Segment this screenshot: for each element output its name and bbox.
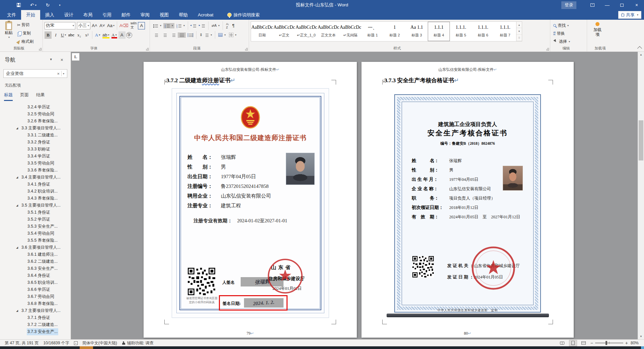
strikethrough-button[interactable]: abc (68, 31, 75, 39)
show-hide-marks-icon[interactable]: ¶ (231, 22, 236, 29)
multilevel-list-icon[interactable]: ▾ (175, 23, 186, 28)
text-effects-icon[interactable]: A▾ (94, 31, 101, 39)
increase-indent-icon[interactable] (198, 23, 207, 28)
page-indicator[interactable]: 第 47 页, 共 191 页 (5, 340, 38, 346)
nav-heading-item[interactable]: 3.3.2 身份证 (0, 139, 71, 146)
nav-heading-item[interactable]: 3.6.8 养老保险... (0, 300, 71, 307)
ribbon-tab[interactable]: 审阅 (136, 10, 155, 20)
ribbon-tab[interactable]: 开始 (21, 10, 40, 20)
read-mode-icon[interactable] (558, 340, 566, 346)
nav-heading-item[interactable]: 3.2.6 养老保险... (0, 118, 71, 125)
style-gallery-item[interactable]: 一、 标题 1 (361, 22, 384, 41)
nav-heading-item[interactable]: 3.6.2 二级建造... (0, 258, 71, 265)
zoom-out-icon[interactable]: − (590, 340, 593, 346)
format-painter-button[interactable]: 格式刷 (16, 37, 35, 46)
nav-heading-item[interactable]: 3.4.1 身份证 (0, 181, 71, 188)
ribbon-tab[interactable]: 设计 (59, 10, 78, 20)
ribbon-tab[interactable]: 视图 (155, 10, 174, 20)
replace-button[interactable]: ab ac替换 (552, 29, 585, 37)
scroll-down-icon[interactable]: ▼ (638, 335, 644, 338)
close-button[interactable]: × (629, 0, 644, 10)
nav-pane-close-icon[interactable]: × (61, 57, 63, 63)
collapse-triangle-icon[interactable]: ◢ (16, 307, 18, 314)
collapse-triangle-icon[interactable]: ◢ (16, 244, 18, 251)
nav-heading-item[interactable]: 3.7.2 二级建造... (0, 321, 71, 328)
share-button[interactable]: 共享 ▾ (618, 11, 641, 19)
numbering-icon[interactable]: ▾ (163, 23, 174, 28)
highlight-color-icon[interactable]: ab▾ (102, 31, 110, 39)
nav-heading-item[interactable]: ◢ 3.3 主要项目管理人... (0, 125, 71, 132)
nav-heading-item[interactable]: ◢ 3.4 主要项目管理人... (0, 174, 71, 181)
ribbon-tab[interactable]: 布局 (78, 10, 97, 20)
nav-heading-item[interactable]: 3.3.4 学历证 (0, 153, 71, 160)
distribute-icon[interactable] (186, 32, 194, 38)
document-page-80[interactable]: 山东弘信安装有限公司-投标文件↵ .3.7.3 安全生产考核合格证书↵ 建筑施工… (361, 62, 574, 338)
ribbon-tab[interactable]: 邮件 (116, 10, 136, 20)
font-name-select[interactable]: 仿宋▾ (45, 22, 75, 29)
nav-heading-item[interactable]: 3.3.3 职称证 (0, 146, 71, 153)
styles-more-icon[interactable]: ⍗ (516, 35, 522, 41)
character-shading-icon[interactable]: A (118, 31, 126, 39)
superscript-button[interactable]: x² (83, 31, 90, 39)
line-spacing-icon[interactable]: ⇕▾ (198, 32, 213, 38)
style-gallery-item[interactable]: 1 标题 2 (384, 22, 406, 41)
nav-heading-item[interactable]: 3.4.2 职业培训... (0, 188, 71, 195)
style-gallery-item[interactable]: AaBbCcDc ↵无间隔 (339, 22, 361, 41)
subscript-button[interactable]: x₂ (76, 31, 83, 39)
ribbon-tab[interactable]: 引用 (97, 10, 116, 20)
align-center-icon[interactable] (160, 32, 168, 38)
ribbon-tab[interactable]: 帮助 (174, 10, 193, 20)
style-gallery-item[interactable]: AaBbCcDc 正文文本 (317, 22, 339, 41)
nav-heading-item[interactable]: ◢ 3.6 主要项目管理人... (0, 244, 71, 251)
ribbon-tab[interactable]: 文件 (2, 10, 21, 20)
word-count[interactable]: 10/16839 个字 (43, 340, 69, 346)
collapse-ribbon-icon[interactable] (637, 46, 642, 51)
font-color-icon[interactable]: A▾ (111, 31, 118, 39)
style-gallery-item[interactable]: AaBbCcDc 日期 (251, 22, 273, 41)
styles-scroll-down-icon[interactable]: ▼ (516, 28, 522, 34)
cut-button[interactable]: ✂剪切 (16, 21, 35, 29)
collapse-triangle-icon[interactable]: ◢ (16, 125, 18, 132)
collapse-triangle-icon[interactable]: ◢ (16, 174, 18, 181)
ribbon-tab[interactable]: Acrobat (193, 10, 219, 20)
vertical-scrollbar[interactable]: ▲ ▼ (638, 52, 644, 339)
find-button[interactable]: 查找▾ (552, 21, 585, 29)
collapse-triangle-icon[interactable]: ◢ (16, 202, 18, 209)
asian-layout-icon[interactable]: ⇄A▾ (210, 23, 221, 28)
nav-pane-options-icon[interactable]: ▾ (50, 57, 52, 62)
shading-icon[interactable]: ▾ (217, 32, 227, 37)
styles-dialog-launcher[interactable] (546, 48, 549, 50)
nav-heading-item[interactable]: 3.5.3 安全生产... (0, 223, 71, 230)
nav-heading-item[interactable]: 3.6.3 安全生产... (0, 265, 71, 272)
nav-tab[interactable]: 结果 (36, 92, 45, 101)
nav-heading-item[interactable]: 3.2.5 劳动合同 (0, 111, 71, 118)
change-case-icon[interactable]: Aa▾ (106, 22, 115, 29)
grow-font-icon[interactable]: A˄ (91, 22, 98, 29)
addins-button[interactable]: 加载项 (589, 21, 606, 37)
nav-heading-item[interactable]: 3.5.4 劳动合同 (0, 230, 71, 237)
bold-button[interactable]: B (45, 31, 52, 39)
nav-tab[interactable]: 标题 (4, 92, 13, 101)
enclose-characters-icon[interactable]: 字 (126, 32, 132, 38)
proofing-icon[interactable]: × (74, 341, 78, 345)
select-button[interactable]: 选择▾ (552, 37, 585, 45)
document-page-79[interactable]: 山东弘信安装有限公司-投标文件↵ .3.7.2 二级建造师注册证书↵ 中华人民共… (144, 62, 357, 338)
font-size-select[interactable]: 小三▾ (77, 22, 90, 29)
nav-heading-item[interactable]: 3.7.3 安全生产... (0, 328, 71, 335)
nav-heading-item[interactable]: 3.5.1 身份证 (0, 209, 71, 216)
nav-heading-item[interactable]: 3.2.4 学历证 (0, 104, 71, 111)
character-border-icon[interactable]: A (138, 22, 145, 29)
taskbar-corner[interactable] (641, 346, 644, 349)
nav-heading-item[interactable]: 3.6.5 职业培训... (0, 279, 71, 286)
font-dialog-launcher[interactable] (146, 48, 149, 50)
shrink-font-icon[interactable]: A˅ (99, 22, 106, 29)
ribbon-display-options-icon[interactable]: ^ (585, 0, 600, 10)
style-gallery-item[interactable]: AaBbCcDc ↵正文 (273, 22, 295, 41)
zoom-level[interactable]: 80% (631, 341, 641, 345)
ribbon-tab[interactable]: 插入 (40, 10, 59, 20)
nav-heading-item[interactable]: 3.6.6 学历证 (0, 286, 71, 293)
style-gallery-item[interactable]: 1.1.1 标题 4 (428, 22, 450, 41)
nav-heading-item[interactable]: 3.3.6 养老保险... (0, 167, 71, 174)
nav-tab[interactable]: 页面 (20, 92, 29, 101)
nav-heading-item[interactable]: 3.3.1 二级建造... (0, 132, 71, 139)
